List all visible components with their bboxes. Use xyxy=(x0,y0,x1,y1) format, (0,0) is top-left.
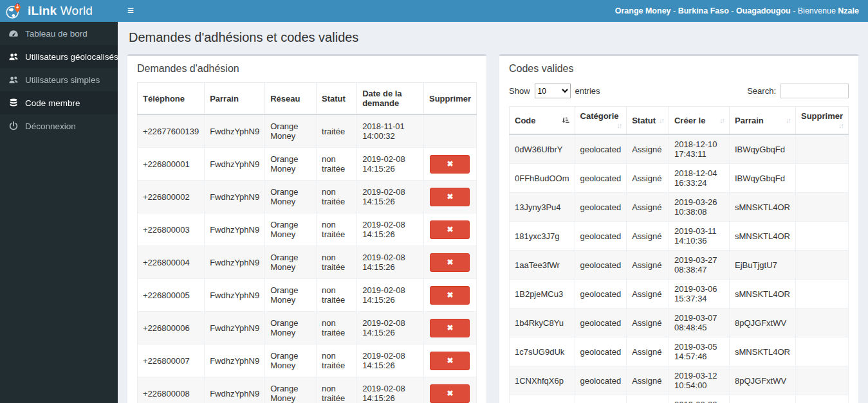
user-info-segment: - xyxy=(729,6,736,15)
cell: 1c7sUG9dUk xyxy=(510,337,575,366)
sidebar-toggle-button[interactable]: ≡ xyxy=(118,0,143,22)
cell: Assigné xyxy=(627,222,669,251)
sidebar-item-label: Code membre xyxy=(25,98,80,108)
cell: 2019-02-08 14:15:26 xyxy=(357,377,424,403)
delete-button[interactable]: ✖ xyxy=(430,253,470,272)
delete-button[interactable]: ✖ xyxy=(430,352,470,370)
cell: 2018-12-10 17:43:11 xyxy=(669,134,729,164)
cell: geolocated xyxy=(575,222,627,251)
cell: FwdhzYphN9 xyxy=(205,114,265,148)
table-row: 0dW36UfbrYgeolocatedAssigné2018-12-10 17… xyxy=(510,134,849,164)
cell: 2019-02-08 14:15:26 xyxy=(357,312,424,345)
table-row: 1c7sUG9dUkgeolocatedAssigné2019-03-05 14… xyxy=(510,337,849,366)
cell: 2019-03-26 10:38:08 xyxy=(669,193,729,222)
cell: non traitée xyxy=(317,148,357,181)
table-row: +226800001FwdhzYphN9Orange Moneynon trai… xyxy=(138,148,477,181)
brand-title: iLink World xyxy=(28,4,93,18)
search-input[interactable] xyxy=(780,84,849,98)
page-length-select[interactable]: 10 xyxy=(535,84,571,98)
cell: 2019-02-08 14:15:26 xyxy=(357,246,424,279)
column-header: Téléphone xyxy=(138,83,205,115)
delete-button[interactable]: ✖ xyxy=(430,384,470,403)
cell: EjBuTjgtU7 xyxy=(730,251,796,280)
column-header-label: Date de la demande xyxy=(362,89,402,108)
cell: non traitée xyxy=(317,181,357,213)
sidebar-item-label: Déconnexion xyxy=(25,121,76,131)
sort-icon: ↓↑ xyxy=(719,116,724,124)
delete-cell: ✖ xyxy=(423,246,476,279)
column-header[interactable]: Parrain↓↑ xyxy=(730,107,796,135)
delete-button[interactable]: ✖ xyxy=(430,188,470,206)
column-header[interactable]: Statut↓↑ xyxy=(627,107,669,135)
sidebar-item-utilisateurs-geolocalises[interactable]: Utilisateurs géolocalisés xyxy=(0,45,118,68)
column-header: Date de la demande xyxy=(357,83,424,115)
cell: 2019-02-08 14:15:26 xyxy=(357,345,424,377)
cell: 0dW36UfbrY xyxy=(510,134,575,164)
table-row: +226800008FwdhzYphN9Orange Moneynon trai… xyxy=(138,377,477,403)
sidebar-item-code-membre[interactable]: Code membre xyxy=(0,91,118,114)
cell: FwdhzYphN9 xyxy=(205,312,265,345)
sort-icon xyxy=(562,116,569,125)
cell: 1d9CDtc4mv xyxy=(510,395,575,403)
cell: geolocated xyxy=(575,134,627,164)
cell: Assigné xyxy=(627,280,669,309)
user-info-segment: Bienvenue xyxy=(798,6,838,15)
cell: Assigné xyxy=(627,164,669,193)
delete-button[interactable]: ✖ xyxy=(430,319,470,337)
user-info-segment: - xyxy=(671,6,678,15)
cell: geolocated xyxy=(575,309,627,337)
cell: 181yxc3J7g xyxy=(510,222,575,251)
main-content: Demandes d'adhésions et codes valides De… xyxy=(118,0,868,403)
cell: IBWqyGbqFd xyxy=(730,134,796,164)
page-title: Demandes d'adhésions et codes valides xyxy=(129,30,858,45)
delete-button[interactable]: ✖ xyxy=(430,155,470,174)
column-header[interactable]: Catégorie↓↑ xyxy=(575,107,627,135)
table-row: +226800003FwdhzYphN9Orange Moneynon trai… xyxy=(138,213,477,246)
codes-panel: Codes valides Show 10 entries Search: Co… xyxy=(499,54,858,403)
sidebar-item-utilisateurs-simples[interactable]: Utilisateurs simples xyxy=(0,68,118,91)
cell: 0FFhBudOOm xyxy=(510,164,575,193)
cell: 2019-02-08 14:15:26 xyxy=(357,279,424,312)
table-row: 1aaTee3fWrgeolocatedAssigné2019-03-27 08… xyxy=(510,251,849,280)
user-info-segment: Ouagadougou xyxy=(736,6,791,15)
cell xyxy=(795,222,848,251)
cell: FwdhzYphN9 xyxy=(205,279,265,312)
column-header[interactable]: Créer le↓↑ xyxy=(669,107,729,135)
delete-cell: ✖ xyxy=(423,345,476,377)
sidebar: Tableau de bord Utilisateurs géolocalisé… xyxy=(0,22,118,403)
cell: geolocated xyxy=(575,395,627,403)
sidebar-item-deconnexion[interactable]: Déconnexion xyxy=(0,114,118,138)
users-icon xyxy=(8,51,19,62)
cell: Orange Money xyxy=(265,114,317,148)
column-header[interactable]: Code xyxy=(510,107,575,135)
cell: Orange Money xyxy=(265,213,317,246)
page-length-control: Show 10 entries xyxy=(509,84,600,98)
search-label: Search: xyxy=(747,86,776,96)
cell: sMNSKTL4OR xyxy=(730,222,796,251)
cell: 2019-03-27 08:38:47 xyxy=(669,251,729,280)
delete-cell: ✖ xyxy=(423,312,476,345)
sidebar-item-tableau-de-bord[interactable]: Tableau de bord xyxy=(0,22,118,45)
delete-button[interactable]: ✖ xyxy=(430,286,470,305)
cell: Orange Money xyxy=(265,148,317,181)
cell: geolocated xyxy=(575,193,627,222)
cell: Assigné xyxy=(627,337,669,366)
cell: 1CNXhfqX6p xyxy=(510,366,575,395)
sidebar-item-label: Utilisateurs géolocalisés xyxy=(25,52,118,62)
cell: Assigné xyxy=(627,395,669,403)
column-header[interactable]: Supprimer↓↑ xyxy=(795,107,848,135)
cell xyxy=(795,309,848,337)
cell: 2019-03-22 08:45:22 xyxy=(669,395,729,403)
delete-button[interactable]: ✖ xyxy=(430,220,470,239)
cell: 2019-03-12 10:54:00 xyxy=(669,366,729,395)
cell: 1b4RkyC8Yu xyxy=(510,309,575,337)
cell: non traitée xyxy=(317,279,357,312)
cell: +226800008 xyxy=(138,377,205,403)
table-row: +226800006FwdhzYphN9Orange Moneynon trai… xyxy=(138,312,477,345)
brand-logo[interactable]: $ iLink World xyxy=(0,0,118,22)
table-row: 1B2pjeMCu3geolocatedAssigné2019-03-06 15… xyxy=(510,280,849,309)
table-row: 1CNXhfqX6pgeolocatedAssigné2019-03-12 10… xyxy=(510,366,849,395)
delete-cell: ✖ xyxy=(423,279,476,312)
cell: Assigné xyxy=(627,193,669,222)
cell: traitée xyxy=(317,114,357,148)
